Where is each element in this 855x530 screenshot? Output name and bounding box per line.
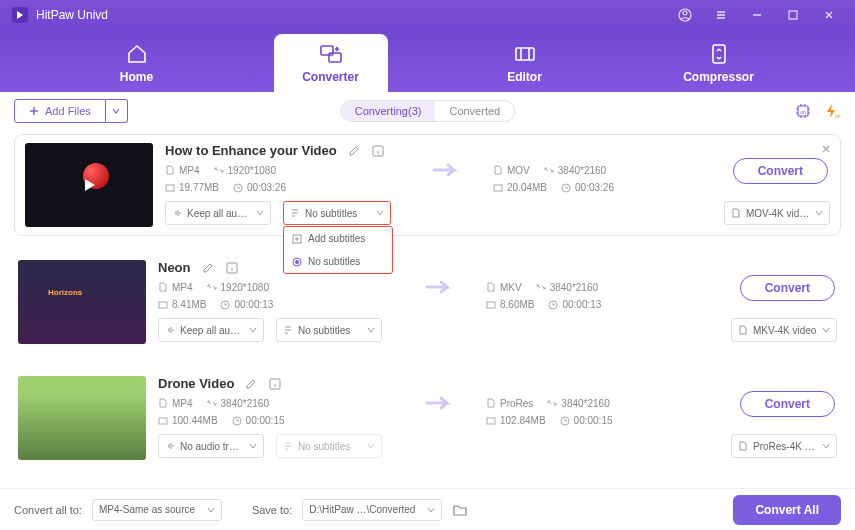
add-files-button[interactable]: Add Files — [14, 99, 106, 123]
gpu-accel-icon[interactable]: on — [793, 101, 813, 121]
convert-button[interactable]: Convert — [733, 158, 828, 184]
open-folder-button[interactable] — [452, 502, 468, 518]
converter-icon — [319, 42, 343, 66]
menu-icon[interactable] — [707, 1, 735, 29]
svg-rect-6 — [713, 45, 725, 63]
svg-rect-13 — [494, 185, 502, 191]
chevron-down-icon — [815, 209, 823, 217]
file-icon — [165, 165, 175, 175]
preset-select[interactable]: MOV-4K video — [724, 201, 830, 225]
info-icon[interactable] — [371, 144, 385, 158]
svg-rect-2 — [789, 11, 797, 19]
preset-select[interactable]: MKV-4K video — [731, 318, 837, 342]
accel-bolt-icon[interactable]: on — [821, 101, 841, 121]
editor-icon — [514, 42, 536, 66]
close-icon[interactable] — [815, 1, 843, 29]
convert-all-to-label: Convert all to: — [14, 504, 82, 516]
size-icon — [165, 183, 175, 193]
compressor-icon — [708, 42, 730, 66]
arrow-icon — [425, 279, 455, 295]
convert-all-format-select[interactable]: MP4-Same as source — [92, 499, 222, 521]
main-nav: Home Converter Editor Compressor — [0, 30, 855, 92]
tab-converting[interactable]: Converting(3) — [341, 101, 436, 121]
queue-tabs: Converting(3) Converted — [340, 100, 515, 122]
info-icon[interactable] — [225, 261, 239, 275]
rename-icon[interactable] — [347, 144, 361, 158]
chevron-down-icon — [256, 209, 264, 217]
arrow-icon — [425, 395, 455, 411]
toolbar: Add Files Converting(3) Converted on on — [0, 92, 855, 130]
add-files-button-group: Add Files — [14, 99, 128, 123]
subtitle-dropdown: Add subtitles No subtitles — [283, 226, 393, 274]
rename-icon[interactable] — [201, 261, 215, 275]
conversion-list: How to Enhance your Video MP4 1920*1080 … — [0, 130, 855, 488]
subtitle-select: No subtitles — [276, 434, 382, 458]
maximize-icon[interactable] — [779, 1, 807, 29]
nav-compressor[interactable]: Compressor — [662, 34, 776, 92]
list-item: Drone Video MP4 3840*2160 ProRes 3840*21… — [14, 368, 841, 468]
subtitle-icon — [290, 208, 300, 218]
minimize-icon[interactable] — [743, 1, 771, 29]
list-item: How to Enhance your Video MP4 1920*1080 … — [14, 134, 841, 236]
save-to-select[interactable]: D:\HitPaw …\Converted — [302, 499, 442, 521]
audio-icon — [172, 208, 182, 218]
chevron-down-icon — [427, 506, 435, 514]
rename-icon[interactable] — [244, 377, 258, 391]
folder-icon — [452, 502, 468, 518]
audio-track-select[interactable]: No audio track — [158, 434, 264, 458]
subtitle-option-none[interactable]: No subtitles — [284, 250, 392, 273]
svg-rect-21 — [487, 302, 495, 308]
file-icon — [731, 208, 741, 218]
chevron-down-icon — [376, 209, 384, 217]
list-item: Horizons Neon MP4 1920*1080 MKV 3840*216… — [14, 252, 841, 352]
account-icon[interactable] — [671, 1, 699, 29]
subtitle-select-highlighted: No subtitles Add subtitles No subtitles — [283, 201, 391, 225]
preset-select[interactable]: ProRes-4K video — [731, 434, 837, 458]
svg-rect-11 — [166, 185, 174, 191]
svg-rect-26 — [487, 418, 495, 424]
titlebar: HitPaw Univd — [0, 0, 855, 30]
radio-selected-icon — [292, 257, 302, 267]
app-logo — [12, 7, 28, 23]
svg-point-1 — [683, 11, 687, 15]
convert-all-button[interactable]: Convert All — [733, 495, 841, 525]
nav-converter[interactable]: Converter — [274, 34, 388, 92]
nav-home[interactable]: Home — [80, 34, 194, 92]
app-title: HitPaw Univd — [36, 8, 108, 22]
plus-icon — [29, 106, 39, 116]
add-subtitle-icon — [292, 234, 302, 244]
info-icon[interactable] — [268, 377, 282, 391]
video-thumbnail[interactable] — [18, 376, 146, 460]
svg-point-17 — [295, 260, 299, 264]
item-title: How to Enhance your Video — [165, 143, 337, 158]
svg-text:on: on — [800, 109, 806, 115]
video-thumbnail[interactable]: Horizons — [18, 260, 146, 344]
nav-editor[interactable]: Editor — [468, 34, 582, 92]
chevron-down-icon — [112, 107, 120, 115]
arrow-icon — [432, 162, 462, 178]
svg-rect-24 — [159, 418, 167, 424]
footer-bar: Convert all to: MP4-Same as source Save … — [0, 488, 855, 530]
subtitle-option-add[interactable]: Add subtitles — [284, 227, 392, 250]
duration-icon — [233, 183, 243, 193]
subtitle-select[interactable]: No subtitles — [276, 318, 382, 342]
add-files-dropdown[interactable] — [106, 99, 128, 123]
audio-track-select[interactable]: Keep all audio tr… — [158, 318, 264, 342]
svg-text:on: on — [835, 113, 840, 119]
item-title: Neon — [158, 260, 191, 275]
resolution-icon — [214, 165, 224, 175]
save-to-label: Save to: — [252, 504, 292, 516]
remove-item-button[interactable] — [820, 143, 832, 155]
audio-track-select[interactable]: Keep all audio tr… — [165, 201, 271, 225]
home-icon — [126, 42, 148, 66]
play-icon — [80, 176, 98, 194]
video-thumbnail[interactable] — [25, 143, 153, 227]
item-title: Drone Video — [158, 376, 234, 391]
convert-button[interactable]: Convert — [740, 391, 835, 417]
tab-converted[interactable]: Converted — [435, 101, 514, 121]
convert-button[interactable]: Convert — [740, 275, 835, 301]
svg-rect-5 — [516, 48, 534, 60]
svg-rect-19 — [159, 302, 167, 308]
subtitle-select[interactable]: No subtitles — [284, 202, 390, 224]
chevron-down-icon — [207, 506, 215, 514]
